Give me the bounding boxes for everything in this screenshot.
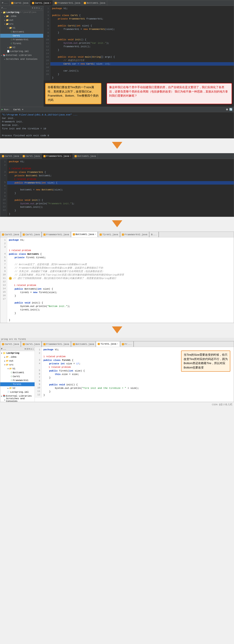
tb-btn-5[interactable]: — bbox=[32, 348, 34, 350]
tab-bar-4: CarV2.java CarV1.java FrameWorkV1.java B… bbox=[0, 342, 234, 347]
tree-locspring-4[interactable]: ▼ 📁 LocSpring bbox=[0, 351, 35, 355]
tab-bv1-4[interactable]: BottomV1.java bbox=[71, 342, 96, 347]
problem-link-4[interactable]: 1 related problem bbox=[9, 284, 36, 286]
tree-bottomv1[interactable]: C BottomV1 bbox=[0, 30, 43, 34]
tree-v2[interactable]: ▶ 📂 V2 bbox=[0, 46, 43, 50]
ide-main-4: P... ≡ ± ≡ ✦ — ▼ 📁 LocSpring ▶ 📂 bbox=[0, 347, 234, 402]
tree-v1[interactable]: ▼ 📂 V1 bbox=[0, 26, 43, 30]
tree-src[interactable]: ▼ 📂 src bbox=[0, 22, 43, 26]
tab-tv1-3[interactable]: TireV1.java bbox=[98, 232, 120, 237]
annotation-text-1: 你看看我们要改变Tire类的一个size属性，竟然要从上到下，改变我们Car、F… bbox=[48, 86, 99, 102]
code-editor-3[interactable]: package V1; 1 related problem public cla… bbox=[7, 238, 234, 323]
tree-idea[interactable]: ▶ 📂 .idea bbox=[0, 14, 43, 18]
tree-cv1-4[interactable]: C CarV1 bbox=[0, 374, 35, 378]
tree-label: V2 bbox=[12, 387, 15, 390]
tree-v2-4[interactable]: ▶ 📂 V2 bbox=[0, 386, 35, 390]
run-exit: Process finished with exit code 0 bbox=[2, 134, 49, 137]
toolbar-btn-3[interactable]: ≡ bbox=[36, 7, 38, 9]
tab-close[interactable]: ✕ bbox=[117, 343, 118, 345]
tree-scratches[interactable]: ✏️ Scratches and Consoles bbox=[0, 57, 43, 61]
tab-icon bbox=[75, 155, 77, 157]
problem-link-3[interactable]: 1 related problem bbox=[9, 249, 31, 252]
toolbar-btn-5[interactable]: _ bbox=[41, 7, 42, 9]
arrow-icon: ▶ bbox=[4, 16, 5, 17]
annotation-area-4: 当Tire的Size需要改变的时候，你只改变Tire所对应的代码还不行，因为Bo… bbox=[178, 347, 234, 402]
folder-icon: 📂 bbox=[6, 364, 9, 366]
breadcrumb-text: pring src V1 TireV1 bbox=[1, 338, 26, 340]
arrow-icon: ▼ bbox=[1, 12, 2, 14]
tb-btn-3[interactable]: ≡ bbox=[28, 348, 30, 350]
tab-p[interactable]: P... bbox=[0, 0, 9, 6]
tab-close[interactable]: ✕ bbox=[70, 155, 71, 157]
tree-v1-4[interactable]: ▼ 📂 V1 bbox=[0, 367, 35, 371]
problem-link-2[interactable]: 1 related problem bbox=[9, 178, 36, 180]
run-btn-stop[interactable]: ⏹ bbox=[226, 108, 228, 111]
tree-out[interactable]: ▶ 📂 out bbox=[0, 18, 43, 22]
tree-scratch-4[interactable]: ✏️ Scratches and Consoles bbox=[0, 398, 35, 402]
tab-bv1-3[interactable]: BottomV1.java ✕ bbox=[71, 232, 98, 237]
breadcrumb-bar: pring src V1 TireV1 bbox=[0, 338, 234, 341]
tree-bv1-4[interactable]: C BottomV1 bbox=[0, 371, 35, 374]
problem-link-6[interactable]: 1 related problem bbox=[43, 366, 71, 368]
tab-fw-4[interactable]: FrameWorkV1.java bbox=[42, 342, 71, 347]
tab-fr-4[interactable]: Fr... bbox=[120, 342, 134, 347]
project-path: D:\java\@\java bbox=[20, 11, 36, 14]
tab-icon bbox=[23, 343, 25, 345]
sidebar-toolbar-4: P... ≡ ± ≡ ✦ — bbox=[0, 347, 35, 351]
tab-fw-2[interactable]: FrameWorkV1.java ✕ bbox=[42, 153, 73, 159]
tab-fw-3[interactable]: FrameWorkV1.java bbox=[42, 232, 71, 237]
tree-fwv1-4[interactable]: C FrameWorkV1 bbox=[0, 378, 35, 382]
toolbar-btn-1[interactable]: ≡ bbox=[32, 7, 33, 9]
tree-tv1-4[interactable]: C TireV1 bbox=[0, 382, 35, 386]
arrow-icon: ▶ bbox=[4, 360, 5, 362]
tab-carv1[interactable]: CarV1.java ✕ bbox=[30, 0, 53, 6]
tab-b-3[interactable]: B... bbox=[149, 232, 159, 237]
tree-label: V1 bbox=[12, 27, 15, 29]
run-btn-rerun[interactable]: 🔄 bbox=[229, 108, 233, 111]
code-editor-4[interactable]: package V1; 1 related problem public cla… bbox=[42, 347, 178, 398]
run-icon[interactable]: ▶ bbox=[1, 108, 3, 111]
tab-bv1-2[interactable]: BottomV1.java bbox=[73, 153, 98, 159]
tab-carv1-3[interactable]: CarV1.java bbox=[21, 232, 42, 237]
tree-external-libs[interactable]: ▶ 📚 External Libraries bbox=[0, 53, 43, 57]
tab-carv2-3[interactable]: CarV2.java bbox=[0, 232, 21, 237]
toolbar-btn-2[interactable]: ± bbox=[34, 7, 35, 9]
tb-btn-1[interactable]: ≡ bbox=[25, 348, 26, 350]
tab-close[interactable]: ✕ bbox=[50, 2, 51, 4]
tb-btn-4[interactable]: ✦ bbox=[30, 348, 32, 350]
code-editor-1[interactable]: package V1; public class CarV1 { private… bbox=[50, 6, 234, 80]
tab-label: CarV1.java bbox=[25, 233, 40, 236]
tab-carv1-2[interactable]: CarV1.java bbox=[21, 153, 42, 159]
tab-label: CarV1.java bbox=[25, 155, 40, 158]
tab-close[interactable]: ✕ bbox=[95, 233, 96, 236]
tab-carv2-2[interactable]: CarV2.java bbox=[0, 153, 21, 159]
arrow-icon: ▶ bbox=[1, 395, 2, 397]
tab-tv1-4[interactable]: TireV1.java ✕ bbox=[96, 342, 120, 347]
tree-out-4[interactable]: ▶ 📂 out bbox=[0, 359, 35, 363]
tree-idea-4[interactable]: ▶ 📂 .idea bbox=[0, 355, 35, 359]
tree-locspring-iml[interactable]: 📄 LocSpring.iml bbox=[0, 50, 43, 53]
run-label: Run: bbox=[4, 108, 12, 111]
tab-carv2-4[interactable]: CarV2.java bbox=[0, 342, 21, 347]
tab-icon bbox=[43, 155, 46, 157]
run-line-2: FrameWork init. bbox=[2, 120, 23, 123]
tree-tirev1[interactable]: C TireV1 bbox=[0, 42, 43, 46]
tb-btn-2[interactable]: ± bbox=[27, 348, 28, 350]
tab-bar-2: CarV2.java CarV1.java FrameWorkV1.java ✕… bbox=[0, 153, 234, 159]
tab-framework[interactable]: FrameWorkV1.java bbox=[53, 0, 82, 6]
problem-link-5[interactable]: 1 related problem bbox=[43, 356, 65, 358]
tree-src-4[interactable]: ▼ 📂 src bbox=[0, 363, 35, 367]
tab-label: FrameWorkV1.java bbox=[46, 233, 69, 236]
tab-bottomv1[interactable]: BottomV1.java bbox=[82, 0, 107, 6]
tree-carv1[interactable]: C CarV1 bbox=[0, 34, 43, 38]
tree-frameworkv1[interactable]: C FrameWorkV1 bbox=[0, 38, 43, 42]
tab-fwv2-3[interactable]: FrameWorkV2.java bbox=[120, 232, 149, 237]
tab-carv1-4[interactable]: CarV1.java bbox=[21, 342, 42, 347]
toolbar-btn-4[interactable]: ✦ bbox=[38, 7, 40, 9]
problem-link-1[interactable]: 1 related problem bbox=[9, 168, 31, 170]
tree-locspring[interactable]: ▼ 📁 LocSpring D:\java\@\java bbox=[0, 10, 43, 14]
tree-iml-4[interactable]: 📄 LocSpring.iml bbox=[0, 390, 35, 394]
tab-carv2[interactable]: CarV2.java bbox=[9, 0, 30, 6]
code-editor-2[interactable]: package V1; 1 related problem public cla… bbox=[7, 159, 234, 216]
annotations-row: 你看看我们要改变Tire类的一个size属性，竟然要从上到下，改变我们Car、F… bbox=[43, 80, 234, 107]
